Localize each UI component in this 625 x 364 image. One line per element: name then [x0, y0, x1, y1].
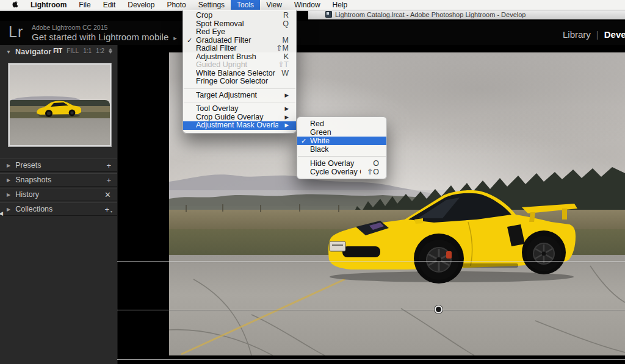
panel-section-snapshots[interactable]: ▶ Snapshots +: [0, 173, 117, 187]
menu-item-label: Spot Removal: [196, 20, 276, 29]
promo-arrow-icon: ▸: [173, 34, 177, 41]
menu-item-label: Fringe Color Selector: [196, 77, 283, 86]
menu-item-label: Guided Upright: [196, 61, 272, 70]
menu-item-guided-upright: Guided Upright ⇧T: [183, 61, 296, 70]
menubar-item-photo[interactable]: Photo: [161, 0, 192, 10]
menu-item-shortcut: R: [283, 12, 289, 20]
graduated-filter-line-top[interactable]: [117, 261, 625, 262]
catalog-doc-icon: [325, 11, 332, 18]
menu-separator: [184, 102, 295, 102]
menu-item-graduated-filter[interactable]: ✓ Graduated Filter M: [183, 37, 296, 45]
menu-item-label: White Balance Selector: [196, 70, 275, 78]
menu-item-tool-overlay[interactable]: Tool Overlay ▶: [183, 105, 296, 113]
menu-item-radial-filter[interactable]: Radial Filter ⇧M: [183, 45, 296, 53]
add-preset-button[interactable]: +: [106, 161, 111, 170]
module-develop[interactable]: Develop: [604, 29, 625, 40]
menu-item-shortcut: Q: [283, 20, 289, 29]
menubar-item-edit[interactable]: Edit: [97, 0, 122, 10]
submenu-arrow-icon: ▶: [284, 91, 289, 100]
app-version-text: Adobe Lightroom CC 2015: [32, 24, 107, 31]
submenu-item-black[interactable]: Black: [297, 145, 386, 154]
menu-item-shortcut: W: [281, 70, 289, 78]
menubar-item-develop[interactable]: Develop: [121, 0, 161, 10]
expand-triangle-icon: ▶: [7, 177, 10, 183]
graduated-filter-line-middle[interactable]: [117, 310, 625, 310]
add-collection-button[interactable]: +: [104, 205, 109, 214]
menubar-item-help[interactable]: Help: [327, 0, 354, 10]
content-area: ▼ Navigator FIT FILL 1:1 1:2: [0, 45, 625, 364]
window-titlebar[interactable]: Lightroom Catalog.lrcat - Adobe Photosho…: [308, 10, 625, 20]
menu-separator: [298, 156, 386, 157]
menubar-item-window[interactable]: Window: [288, 0, 327, 10]
submenu-item-cycle-overlay-color[interactable]: Cycle Overlay Color ⇧O: [297, 168, 386, 176]
menu-item-red-eye[interactable]: Red Eye: [183, 28, 296, 37]
panel-section-presets[interactable]: ▶ Presets +: [0, 159, 117, 172]
left-panel: ▼ Navigator FIT FILL 1:1 1:2: [0, 45, 118, 364]
clear-history-button[interactable]: ✕: [104, 190, 111, 199]
menubar-item-view[interactable]: View: [260, 0, 288, 10]
identity-plate-promo[interactable]: Get started with Lightroom mobile▸: [32, 32, 177, 42]
zoom-stepper-icon[interactable]: [109, 48, 112, 54]
lightroom-logo: Lr: [9, 23, 23, 41]
menu-item-adjustment-mask-overlay[interactable]: Adjustment Mask Overlay ▶: [183, 121, 296, 130]
menu-item-label: Hide Overlay: [310, 159, 367, 168]
app-header: Lr Adobe Lightroom CC 2015 Get started w…: [0, 20, 625, 45]
menu-item-shortcut: O: [373, 159, 379, 168]
zoom-mode-fill[interactable]: FILL: [67, 48, 79, 54]
menu-item-spot-removal[interactable]: Spot Removal Q: [183, 20, 296, 29]
section-label: Snapshots: [15, 176, 106, 184]
thumbnail-photo: [10, 65, 110, 145]
navigator-title: Navigator: [15, 48, 51, 56]
collection-menu-arrow-icon: ▾: [110, 209, 112, 213]
zoom-mode-1-2[interactable]: 1:2: [96, 48, 104, 54]
panel-section-history[interactable]: ▶ History ✕: [0, 188, 117, 201]
collapse-triangle-icon: ▼: [6, 49, 11, 55]
menu-item-target-adjustment[interactable]: Target Adjustment ▶: [183, 91, 296, 100]
check-mark-icon: ✓: [301, 137, 309, 145]
menu-item-label: Crop: [196, 12, 277, 20]
submenu-item-green[interactable]: Green: [297, 128, 386, 137]
panel-section-collections[interactable]: ▶ Collections + ▾: [0, 202, 117, 216]
menubar-item-tools[interactable]: Tools: [231, 0, 260, 10]
menu-item-label: Crop Guide Overlay: [196, 113, 278, 122]
zoom-mode-1-1[interactable]: 1:1: [83, 48, 92, 54]
menu-item-adjustment-brush[interactable]: Adjustment Brush K: [183, 53, 296, 62]
menu-item-white-balance-selector[interactable]: White Balance Selector W: [183, 70, 296, 78]
navigator-thumbnail[interactable]: [8, 63, 112, 147]
apple-icon[interactable]: [0, 1, 24, 9]
menubar-item-settings[interactable]: Settings: [192, 0, 231, 10]
left-panel-collapse-arrow[interactable]: ◀: [0, 210, 3, 216]
module-library[interactable]: Library: [563, 29, 591, 40]
menu-item-label: Radial Filter: [196, 45, 270, 53]
add-snapshot-button[interactable]: +: [106, 176, 111, 185]
expand-triangle-icon: ▶: [7, 192, 10, 198]
navigator-zoom-modes: FIT FILL 1:1 1:2: [53, 48, 112, 54]
adjustment-mask-overlay-submenu: Red Green ✓ White Black Hide Overlay O C…: [297, 116, 387, 179]
menubar: Lightroom File Edit Develop Photo Settin…: [0, 0, 625, 10]
menu-item-crop[interactable]: Crop R: [183, 12, 296, 20]
menu-item-label: Cycle Overlay Color: [310, 168, 361, 176]
zoom-mode-fit[interactable]: FIT: [53, 48, 62, 54]
menubar-item-lightroom[interactable]: Lightroom: [24, 0, 73, 10]
tools-menu: Crop R Spot Removal Q Red Eye ✓ Graduate…: [182, 10, 297, 134]
submenu-item-hide-overlay[interactable]: Hide Overlay O: [297, 159, 386, 168]
window-title: Lightroom Catalog.lrcat - Adobe Photosho…: [335, 11, 526, 18]
menu-item-label: Red Eye: [196, 28, 283, 37]
submenu-arrow-icon: ▶: [284, 105, 289, 113]
submenu-item-red[interactable]: Red: [297, 120, 386, 128]
menu-item-crop-guide-overlay[interactable]: Crop Guide Overlay ▶: [183, 113, 296, 122]
promo-text: Get started with Lightroom mobile: [32, 32, 168, 42]
menu-item-fringe-color-selector[interactable]: Fringe Color Selector: [183, 77, 296, 86]
module-picker: Library|Develop: [563, 29, 625, 40]
graduated-filter-pin[interactable]: [435, 305, 443, 313]
thumb-car: [35, 100, 83, 118]
menu-item-shortcut: ⇧O: [367, 168, 379, 176]
module-divider: |: [596, 29, 599, 40]
menu-item-shortcut: ⇧M: [276, 45, 289, 53]
menu-item-label: Target Adjustment: [196, 91, 278, 100]
menubar-item-file[interactable]: File: [73, 0, 96, 10]
menu-item-label: Adjustment Mask Overlay: [196, 121, 278, 130]
graduated-filter-line-bottom[interactable]: [117, 359, 625, 360]
menu-item-label: Adjustment Brush: [196, 53, 278, 62]
submenu-item-white[interactable]: ✓ White: [297, 137, 386, 145]
